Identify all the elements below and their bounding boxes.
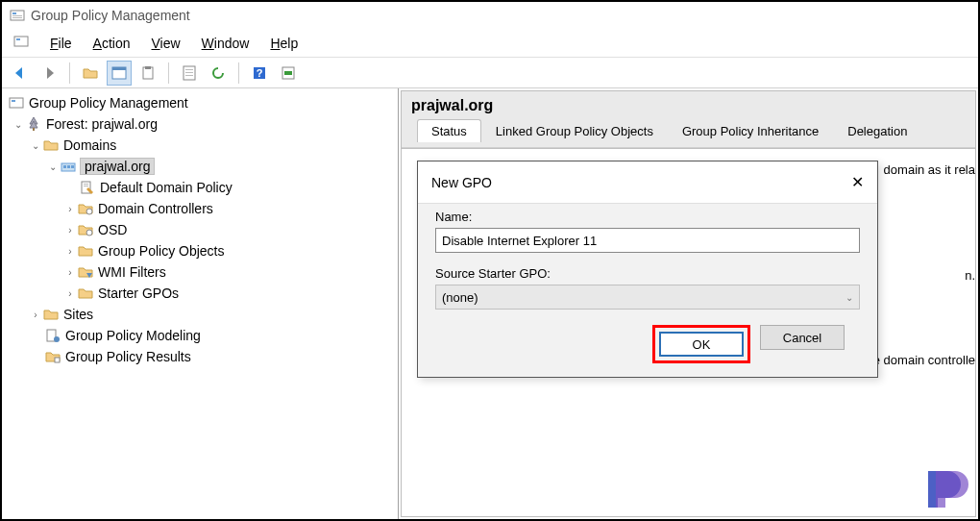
svg-point-31 (54, 336, 60, 342)
menu-window[interactable]: Window (202, 36, 250, 51)
source-value: (none) (442, 290, 478, 305)
svg-rect-17 (284, 71, 292, 75)
folder-icon (42, 306, 60, 323)
body-text: domain as it rela (884, 162, 975, 177)
chevron-down-icon[interactable]: ⌄ (46, 161, 60, 172)
svg-rect-7 (112, 67, 126, 70)
ok-highlight: OK (652, 325, 750, 363)
svg-point-28 (86, 209, 92, 214)
chevron-right-icon[interactable]: › (29, 310, 42, 320)
titlebar: Group Policy Management (2, 2, 978, 29)
dialog-buttons: OK Cancel (435, 310, 860, 371)
toolbar-separator (168, 62, 169, 84)
menu-help[interactable]: Help (270, 36, 298, 51)
svg-rect-13 (185, 75, 193, 76)
tab-status[interactable]: Status (417, 119, 481, 142)
tree-label: Domains (63, 137, 116, 153)
menu-action[interactable]: Action (93, 36, 131, 51)
dialog-titlebar: New GPO ✕ (418, 161, 877, 203)
source-select[interactable]: (none) ⌄ (435, 285, 860, 310)
menu-file[interactable]: File (50, 36, 72, 51)
svg-rect-23 (67, 165, 70, 168)
svg-rect-27 (84, 186, 88, 186)
dialog-title: New GPO (431, 175, 492, 190)
svg-rect-3 (12, 17, 22, 18)
body-text: n. (965, 268, 975, 283)
svg-point-29 (86, 230, 92, 236)
svg-rect-12 (185, 72, 193, 73)
app-title: Group Policy Management (31, 8, 190, 23)
forward-button[interactable] (37, 61, 61, 86)
tree-results[interactable]: Group Policy Results (2, 346, 398, 367)
tree-label: Default Domain Policy (100, 180, 233, 195)
chevron-right-icon[interactable]: › (63, 246, 77, 257)
modeling-icon (44, 327, 61, 344)
menu-icon (13, 34, 29, 52)
refresh-button[interactable] (206, 61, 231, 86)
tree-label: Group Policy Results (65, 349, 191, 364)
toolbar: ? (2, 58, 978, 88)
tab-inheritance[interactable]: Group Policy Inheritance (668, 119, 833, 142)
menubar: File Action View Window Help (2, 29, 978, 58)
ok-button[interactable]: OK (659, 332, 744, 357)
policy-icon (79, 179, 96, 196)
toolbar-separator (69, 62, 70, 84)
tree-label: Sites (63, 307, 93, 322)
results-icon (44, 348, 61, 365)
folder-button[interactable] (78, 61, 103, 86)
chevron-down-icon: ⌄ (845, 292, 853, 303)
tree-domain[interactable]: ⌄ prajwal.org (2, 156, 398, 177)
chevron-down-icon[interactable]: ⌄ (12, 119, 25, 130)
watermark-logo (919, 461, 972, 515)
tree-domains[interactable]: ⌄ Domains (2, 135, 398, 156)
tree-forest[interactable]: ⌄ Forest: prajwal.org (2, 113, 398, 135)
tree-osd[interactable]: › OSD (2, 219, 398, 240)
tree-wmi[interactable]: › WMI Filters (2, 261, 398, 283)
svg-text:?: ? (257, 67, 263, 79)
tree-gpo[interactable]: › Group Policy Objects (2, 240, 398, 261)
svg-rect-26 (84, 184, 88, 185)
svg-rect-5 (16, 38, 20, 40)
cancel-button[interactable]: Cancel (760, 325, 845, 350)
tree-panel[interactable]: Group Policy Management ⌄ Forest: prajwa… (2, 88, 399, 519)
svg-rect-24 (71, 165, 74, 168)
chevron-right-icon[interactable]: › (63, 204, 77, 214)
tree-label: Group Policy Objects (98, 243, 225, 259)
body-text: e domain controlle (873, 353, 975, 367)
close-icon[interactable]: ✕ (851, 173, 864, 191)
chevron-down-icon[interactable]: ⌄ (29, 140, 42, 151)
chevron-right-icon[interactable]: › (63, 225, 77, 236)
menu-view[interactable]: View (152, 36, 181, 51)
name-label: Name: (435, 210, 860, 224)
help-button[interactable]: ? (247, 61, 272, 86)
svg-rect-20 (33, 128, 35, 131)
tree-starter[interactable]: › Starter GPOs (2, 283, 398, 304)
settings-button[interactable] (276, 61, 301, 86)
name-input[interactable] (435, 228, 860, 253)
tree-modeling[interactable]: Group Policy Modeling (2, 325, 398, 346)
forest-icon (25, 115, 42, 133)
tab-delegation[interactable]: Delegation (833, 119, 921, 142)
source-label: Source Starter GPO: (435, 266, 860, 281)
back-button[interactable] (8, 61, 33, 86)
tree-sites[interactable]: › Sites (2, 304, 398, 325)
folder-icon (77, 285, 94, 302)
tree-label: Group Policy Modeling (65, 328, 201, 343)
tab-strip: Status Linked Group Policy Objects Group… (411, 114, 966, 141)
dialog-body: Name: Source Starter GPO: (none) ⌄ OK Ca… (418, 203, 877, 377)
svg-rect-11 (185, 69, 193, 70)
tree-root[interactable]: Group Policy Management (2, 92, 398, 113)
properties-button[interactable] (177, 61, 202, 86)
svg-rect-4 (14, 37, 28, 46)
gpm-icon (8, 94, 25, 112)
clipboard-button[interactable] (135, 61, 160, 86)
tree-ddp[interactable]: Default Domain Policy (2, 177, 398, 198)
tab-linked[interactable]: Linked Group Policy Objects (481, 119, 668, 142)
tree-label: prajwal.org (81, 159, 154, 174)
svg-rect-19 (12, 100, 15, 102)
chevron-right-icon[interactable]: › (63, 267, 77, 278)
chevron-right-icon[interactable]: › (63, 288, 77, 299)
new-window-button[interactable] (107, 61, 132, 86)
tree-dc[interactable]: › Domain Controllers (2, 198, 398, 219)
detail-header: prajwal.org Status Linked Group Policy O… (402, 91, 975, 148)
